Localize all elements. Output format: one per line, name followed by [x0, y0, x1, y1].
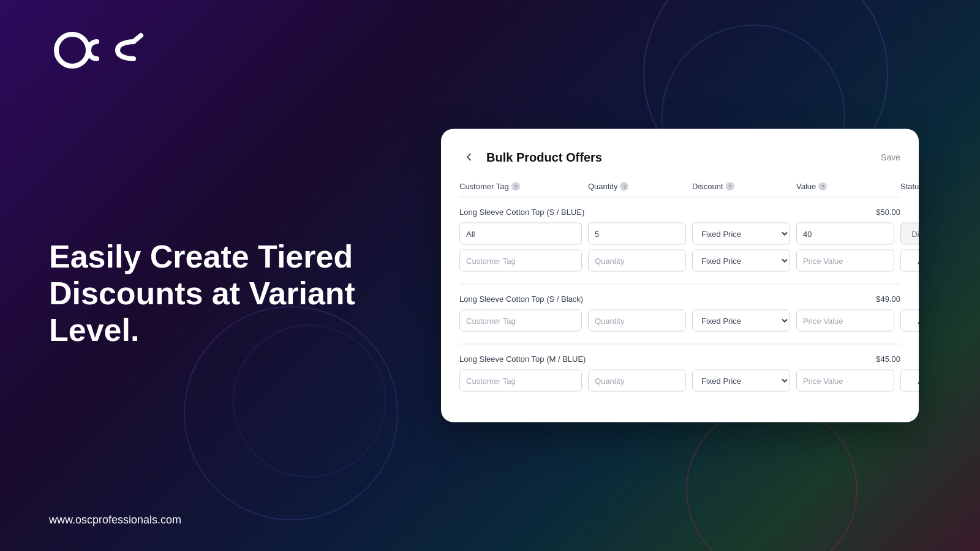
variant-section-s-black: Long Sleeve Cotton Top (S / Black) $49.0… [459, 294, 900, 332]
card-header: Bulk Product Offers Save [459, 148, 900, 167]
value-input-3[interactable] [796, 310, 894, 332]
variant-section-m-blue: Long Sleeve Cotton Top (M / BLUE) $45.00… [459, 354, 900, 392]
variant-3-header: Long Sleeve Cotton Top (M / BLUE) $45.00 [459, 354, 900, 364]
add-button-3[interactable]: Add [900, 370, 919, 392]
quantity-help-icon[interactable]: ? [620, 182, 628, 190]
discount-help-icon[interactable]: ? [726, 182, 734, 190]
card-title: Bulk Product Offers [486, 150, 602, 164]
card-header-left: Bulk Product Offers [459, 148, 602, 167]
variant-2-name: Long Sleeve Cotton Top (S / Black) [459, 294, 583, 304]
divider-2 [459, 344, 900, 345]
customer-tag-input-4[interactable] [459, 370, 582, 392]
offer-row-1-add: Fixed Price Percentage Flat Discount Add [459, 250, 900, 272]
back-button[interactable] [459, 148, 479, 167]
variant-2-header: Long Sleeve Cotton Top (S / Black) $49.0… [459, 294, 900, 304]
quantity-input-2[interactable] [588, 250, 686, 272]
col-header-value: Value ? [796, 182, 894, 191]
back-arrow-icon [464, 152, 475, 163]
variant-1-name: Long Sleeve Cotton Top (S / BLUE) [459, 208, 584, 217]
variant-2-price: $49.00 [876, 294, 900, 304]
customer-tag-input-1[interactable] [459, 223, 582, 245]
left-panel: Easily Create Tiered Discounts at Varian… [49, 0, 386, 551]
variant-1-header: Long Sleeve Cotton Top (S / BLUE) $50.00 [459, 208, 900, 217]
value-help-icon[interactable]: ? [818, 182, 827, 190]
variant-3-name: Long Sleeve Cotton Top (M / BLUE) [459, 354, 586, 364]
table-header: Customer Tag ? Quantity ? Discount ? Val… [459, 182, 900, 198]
variant-3-price: $45.00 [876, 354, 900, 364]
discount-select-1[interactable]: Fixed Price Percentage Flat Discount [692, 223, 790, 245]
col-header-quantity: Quantity ? [588, 182, 686, 191]
value-input-1[interactable] [796, 223, 894, 245]
value-input-2[interactable] [796, 250, 894, 272]
divider-1 [459, 284, 900, 285]
discount-select-3[interactable]: Fixed Price Percentage Flat Discount [692, 310, 790, 332]
customer-tag-help-icon[interactable]: ? [511, 182, 520, 190]
offer-row-3-add: Fixed Price Percentage Flat Discount Add [459, 370, 900, 392]
quantity-input-3[interactable] [588, 310, 686, 332]
customer-tag-input-2[interactable] [459, 250, 582, 272]
bulk-product-offers-card: Bulk Product Offers Save Customer Tag ? … [441, 129, 919, 422]
variant-section-s-blue: Long Sleeve Cotton Top (S / BLUE) $50.00… [459, 208, 900, 272]
customer-tag-input-3[interactable] [459, 310, 582, 332]
discount-select-4[interactable]: Fixed Price Percentage Flat Discount [692, 370, 790, 392]
col-header-customer-tag: Customer Tag ? [459, 182, 582, 191]
col-header-status: Status [900, 182, 919, 191]
discount-select-2[interactable]: Fixed Price Percentage Flat Discount [692, 250, 790, 272]
quantity-input-4[interactable] [588, 370, 686, 392]
value-input-4[interactable] [796, 370, 894, 392]
website-url: www.oscprofessionals.com [49, 514, 181, 527]
disable-button-1[interactable]: Disable [900, 223, 919, 245]
offer-row-2-add: Fixed Price Percentage Flat Discount Add [459, 310, 900, 332]
offer-row-1-filled: Fixed Price Percentage Flat Discount Dis… [459, 223, 900, 245]
quantity-input-1[interactable] [588, 223, 686, 245]
add-button-1[interactable]: Add [900, 250, 919, 272]
col-header-discount: Discount ? [692, 182, 790, 191]
headline: Easily Create Tiered Discounts at Varian… [49, 239, 386, 348]
variant-1-price: $50.00 [876, 208, 900, 217]
add-button-2[interactable]: Add [900, 310, 919, 332]
save-button[interactable]: Save [881, 152, 900, 162]
